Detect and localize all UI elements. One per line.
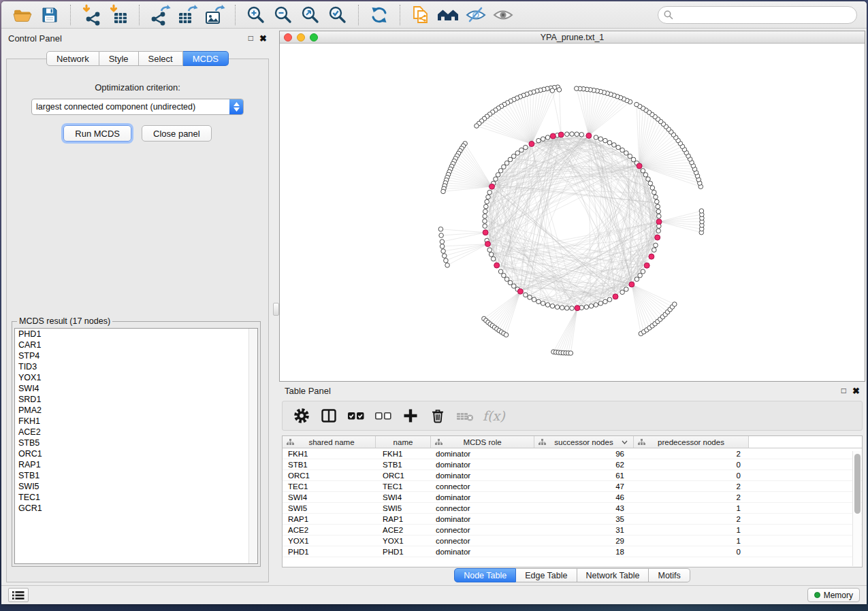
table-row[interactable]: FKH1FKH1dominator962 <box>283 448 862 459</box>
table-cell[interactable]: TEC1 <box>376 482 431 491</box>
mcds-list-scrollbar[interactable] <box>248 329 257 563</box>
search-input[interactable] <box>658 6 857 24</box>
table-cell[interactable]: 1 <box>634 526 749 534</box>
panel-splitter-grip[interactable] <box>273 303 279 316</box>
deselect-all-icon[interactable] <box>371 405 396 427</box>
table-cell[interactable]: RAP1 <box>376 515 431 523</box>
network-canvas[interactable] <box>280 44 865 381</box>
tab-node-table[interactable]: Node Table <box>454 568 516 582</box>
network-leaf-nodes[interactable] <box>438 85 704 356</box>
table-cell[interactable]: SWI4 <box>283 493 376 501</box>
table-cell[interactable]: 0 <box>634 548 749 556</box>
table-cell[interactable]: 61 <box>534 472 634 480</box>
table-cell[interactable]: 18 <box>534 548 634 556</box>
table-cell[interactable]: connector <box>431 537 534 545</box>
mcds-result-item[interactable]: CAR1 <box>15 340 257 350</box>
first-neighbors-icon[interactable] <box>434 3 462 27</box>
mcds-result-item[interactable]: FKH1 <box>15 416 257 427</box>
table-cell[interactable]: dominator <box>431 450 534 458</box>
table-cell[interactable]: connector <box>431 482 534 491</box>
table-cell[interactable]: dominator <box>431 461 534 469</box>
float-table-panel-icon[interactable]: □ <box>841 386 846 395</box>
run-mcds-button[interactable]: Run MCDS <box>63 125 131 142</box>
zoom-out-icon[interactable] <box>270 3 297 27</box>
table-cell[interactable]: ACE2 <box>283 526 376 534</box>
table-cell[interactable]: 35 <box>534 515 634 523</box>
gear-icon[interactable] <box>289 405 314 427</box>
import-table-icon[interactable] <box>105 3 132 27</box>
table-cell[interactable]: 2 <box>634 515 749 523</box>
column-header-successor-nodes[interactable]: successor nodes <box>534 436 634 448</box>
table-cell[interactable]: 0 <box>634 461 749 469</box>
tab-network-table[interactable]: Network Table <box>577 568 649 582</box>
close-panel-icon[interactable]: ✖ <box>259 34 267 43</box>
table-cell[interactable]: FKH1 <box>283 450 376 458</box>
table-cell[interactable]: STB1 <box>283 461 376 469</box>
table-cell[interactable]: SWI5 <box>283 504 376 512</box>
table-row[interactable]: SWI5SWI5connector431 <box>283 503 862 514</box>
select-all-icon[interactable] <box>344 405 368 427</box>
mcds-result-item[interactable]: TID3 <box>15 361 257 372</box>
hide-selected-icon[interactable] <box>462 3 489 27</box>
mcds-result-item[interactable]: TEC1 <box>15 492 257 503</box>
task-history-button[interactable] <box>8 588 29 602</box>
optimization-criterion-select[interactable]: largest connected component (undirected) <box>31 99 244 115</box>
column-header-mcds-role[interactable]: MCDS role <box>431 436 534 448</box>
close-table-panel-icon[interactable]: ✖ <box>852 386 860 395</box>
column-header-name[interactable]: name <box>376 436 431 448</box>
mcds-result-item[interactable]: PHD1 <box>15 329 257 340</box>
mcds-result-item[interactable]: SWI5 <box>15 481 257 492</box>
table-cell[interactable]: PHD1 <box>376 548 431 556</box>
table-scrollbar-thumb[interactable] <box>854 454 861 514</box>
table-row[interactable]: ORC1ORC1dominator610 <box>283 470 862 481</box>
table-cell[interactable]: ACE2 <box>376 526 431 534</box>
table-row[interactable]: TEC1TEC1connector472 <box>283 481 862 492</box>
table-cell[interactable]: 96 <box>534 450 634 458</box>
table-cell[interactable]: 1 <box>634 537 749 545</box>
tab-mcds[interactable]: MCDS <box>183 51 229 66</box>
zoom-fit-icon[interactable] <box>297 3 324 27</box>
table-row[interactable]: RAP1RAP1dominator352 <box>283 514 862 525</box>
mcds-result-item[interactable]: RAP1 <box>15 459 257 470</box>
sort-descending-icon[interactable] <box>622 440 628 444</box>
table-cell[interactable]: 62 <box>534 461 634 469</box>
mcds-result-item[interactable]: GCR1 <box>15 503 257 514</box>
table-cell[interactable]: connector <box>431 504 534 512</box>
export-table-icon[interactable] <box>174 3 201 27</box>
table-cell[interactable]: 31 <box>534 526 634 534</box>
memory-button[interactable]: Memory <box>807 588 860 602</box>
table-cell[interactable]: 47 <box>534 482 634 491</box>
table-cell[interactable]: TEC1 <box>283 482 376 491</box>
refresh-icon[interactable] <box>366 3 393 27</box>
mcds-result-item[interactable]: PMA2 <box>15 405 257 416</box>
table-cell[interactable]: 1 <box>634 504 749 512</box>
show-all-icon[interactable] <box>489 3 516 27</box>
table-cell[interactable]: dominator <box>431 472 534 480</box>
table-cell[interactable]: YOX1 <box>376 537 431 545</box>
mcds-result-item[interactable]: YOX1 <box>15 372 257 383</box>
table-row[interactable]: SWI4SWI4dominator462 <box>283 492 862 503</box>
table-cell[interactable]: connector <box>431 526 534 534</box>
table-cell[interactable]: 43 <box>534 504 634 512</box>
table-cell[interactable]: 2 <box>634 450 749 458</box>
mcds-result-item[interactable]: STB5 <box>15 437 257 448</box>
tab-motifs[interactable]: Motifs <box>649 568 690 582</box>
float-panel-icon[interactable]: □ <box>248 34 253 42</box>
zoom-in-icon[interactable] <box>242 3 270 27</box>
tab-style[interactable]: Style <box>99 51 139 66</box>
table-cell[interactable]: RAP1 <box>283 515 376 523</box>
column-header-shared-name[interactable]: shared name <box>283 436 376 448</box>
export-image-icon[interactable] <box>201 3 228 27</box>
table-cell[interactable]: FKH1 <box>376 450 431 458</box>
table-cell[interactable]: SWI5 <box>376 504 431 512</box>
table-cell[interactable]: 2 <box>634 482 749 491</box>
column-header-predecessor-nodes[interactable]: predecessor nodes <box>634 436 749 448</box>
table-cell[interactable]: PHD1 <box>283 548 376 556</box>
close-panel-button[interactable]: Close panel <box>142 125 212 142</box>
table-cell[interactable]: dominator <box>431 515 534 523</box>
table-cell[interactable]: STB1 <box>376 461 431 469</box>
table-scrollbar[interactable] <box>852 451 861 566</box>
table-cell[interactable]: dominator <box>431 548 534 556</box>
zoom-selected-icon[interactable] <box>324 3 351 27</box>
table-cell[interactable]: dominator <box>431 493 534 501</box>
